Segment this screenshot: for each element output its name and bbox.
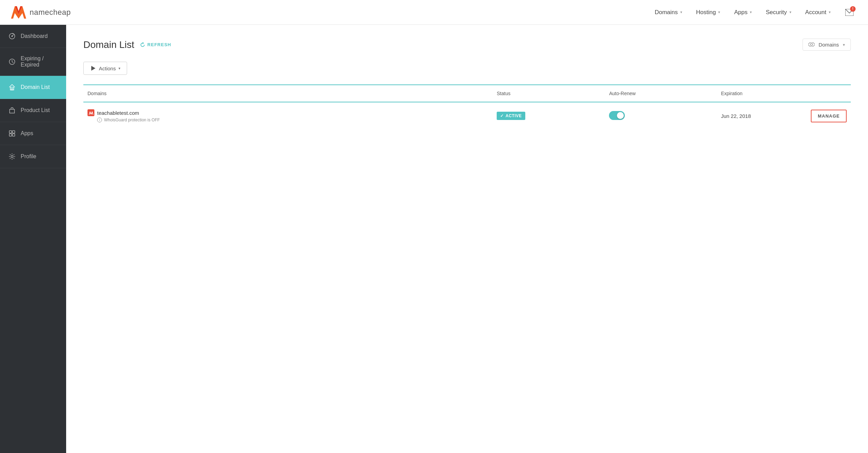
status-cell: ✓ ACTIVE [493, 102, 605, 129]
top-nav-items: Domains ▾ Hosting ▾ Apps ▾ Security ▾ Ac… [649, 5, 857, 20]
brand-name: namecheap [30, 8, 71, 17]
sidebar-item-profile[interactable]: Profile [0, 145, 66, 168]
col-header-domains: Domains [83, 85, 493, 102]
main-layout: Dashboard Expiring / Expired [0, 25, 868, 453]
auto-renew-cell [605, 102, 717, 129]
refresh-button[interactable]: REFRESH [140, 42, 171, 48]
expiration-date: Jun 22, 2018 [721, 113, 751, 119]
actions-button[interactable]: Actions ▾ [83, 62, 127, 75]
sidebar: Dashboard Expiring / Expired [0, 25, 66, 453]
domain-name-cell: teachabletest.com i WhoisGuard protectio… [87, 109, 488, 122]
svg-point-18 [810, 43, 813, 46]
svg-rect-11 [10, 109, 14, 113]
chevron-down-icon: ▾ [789, 10, 792, 14]
box-icon [8, 107, 16, 114]
col-header-status: Status [493, 85, 605, 102]
dashboard-icon [8, 32, 16, 40]
filter-label: Domains [818, 42, 839, 48]
page-title-area: Domain List REFRESH [83, 39, 171, 50]
sidebar-item-product-list[interactable]: Product List [0, 99, 66, 122]
status-text: ACTIVE [506, 113, 522, 118]
play-icon [90, 65, 96, 71]
logo-icon [11, 6, 26, 19]
top-navigation: namecheap Domains ▾ Hosting ▾ Apps ▾ Sec… [0, 0, 868, 25]
sidebar-label-expiring: Expiring / Expired [21, 56, 58, 68]
sidebar-item-expiring[interactable]: Expiring / Expired [0, 48, 66, 76]
svg-line-5 [12, 35, 13, 36]
table-row: teachabletest.com i WhoisGuard protectio… [83, 102, 851, 129]
svg-line-8 [12, 62, 13, 63]
col-header-expiration: Expiration [717, 85, 807, 102]
apps-icon [8, 130, 16, 137]
sidebar-label-product-list: Product List [21, 107, 50, 113]
mail-button[interactable]: ! [842, 5, 857, 20]
whoisguard-text: WhoisGuard protection is OFF [104, 118, 160, 122]
chevron-down-icon: ▾ [118, 66, 121, 71]
chevron-down-icon: ▾ [843, 42, 845, 47]
page-title: Domain List [83, 39, 134, 50]
nav-account[interactable]: Account ▾ [800, 6, 836, 19]
mail-badge: ! [850, 6, 856, 12]
domain-cell: teachabletest.com i WhoisGuard protectio… [83, 102, 493, 129]
eye-icon [808, 42, 815, 48]
nav-domains[interactable]: Domains ▾ [649, 6, 688, 19]
sidebar-item-apps[interactable]: Apps [0, 122, 66, 145]
sidebar-item-dashboard[interactable]: Dashboard [0, 25, 66, 48]
svg-point-16 [11, 155, 13, 158]
nav-hosting[interactable]: Hosting ▾ [691, 6, 726, 19]
domain-name-row: teachabletest.com [87, 109, 488, 116]
logo-area[interactable]: namecheap [11, 6, 71, 19]
refresh-icon [140, 42, 145, 48]
sidebar-label-profile: Profile [21, 153, 36, 160]
svg-rect-13 [12, 131, 15, 133]
status-badge: ✓ ACTIVE [497, 112, 525, 120]
domain-name[interactable]: teachabletest.com [97, 110, 139, 116]
sidebar-label-domain-list: Domain List [21, 84, 50, 90]
col-header-autorenew: Auto-Renew [605, 85, 717, 102]
svg-marker-19 [91, 66, 95, 71]
svg-rect-10 [11, 89, 13, 90]
page-header: Domain List REFRESH Domains ▾ [83, 39, 851, 51]
main-content: Domain List REFRESH Domains ▾ [66, 25, 868, 453]
sidebar-item-domain-list[interactable]: Domain List [0, 76, 66, 99]
auto-renew-toggle[interactable] [609, 111, 625, 120]
svg-marker-20 [89, 111, 93, 115]
sidebar-label-dashboard: Dashboard [21, 33, 48, 39]
chevron-down-icon: ▾ [829, 10, 831, 14]
expiration-cell: Jun 22, 2018 [717, 102, 807, 129]
domain-table: Domains Status Auto-Renew Expiration [83, 84, 851, 129]
table-header-row: Domains Status Auto-Renew Expiration [83, 85, 851, 102]
chevron-down-icon: ▾ [750, 10, 752, 14]
sidebar-label-apps: Apps [21, 130, 33, 137]
info-icon: i [97, 118, 102, 122]
filter-dropdown[interactable]: Domains ▾ [803, 39, 851, 51]
svg-rect-12 [9, 131, 12, 133]
whoisguard-info: i WhoisGuard protection is OFF [87, 118, 488, 122]
nc-favicon [87, 109, 94, 116]
svg-rect-15 [12, 134, 15, 136]
svg-rect-14 [9, 134, 12, 136]
clock-icon [8, 58, 16, 66]
manage-button[interactable]: MANAGE [811, 110, 847, 122]
svg-point-17 [808, 42, 815, 47]
nav-security[interactable]: Security ▾ [760, 6, 797, 19]
gear-icon [8, 153, 16, 160]
action-cell: MANAGE [807, 102, 851, 129]
nav-apps[interactable]: Apps ▾ [728, 6, 757, 19]
chevron-down-icon: ▾ [680, 10, 682, 14]
chevron-down-icon: ▾ [718, 10, 720, 14]
home-icon [8, 83, 16, 91]
